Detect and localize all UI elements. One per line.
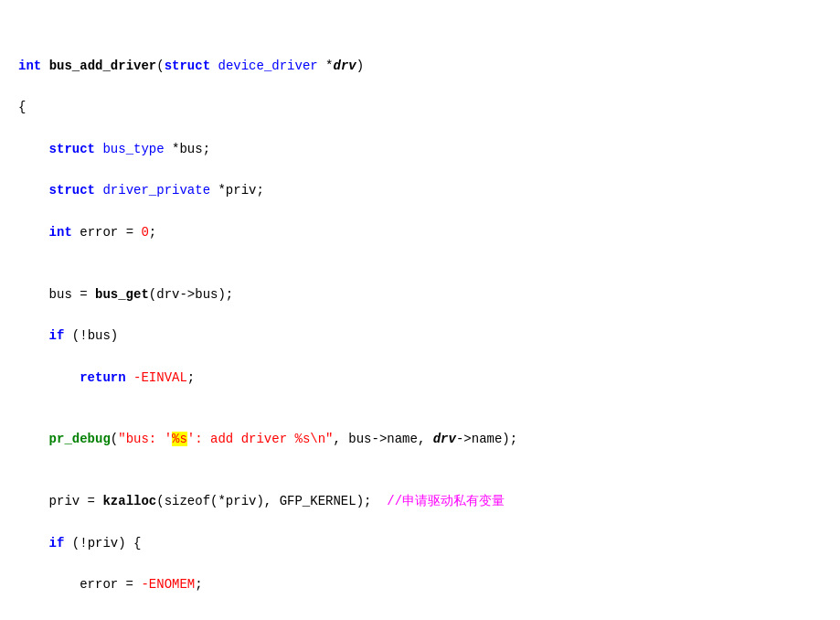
line-3: struct bus_type *bus; [18, 139, 822, 160]
line-2: { [18, 97, 822, 118]
line-9: return -EINVAL; [18, 368, 822, 389]
line-8: if (!bus) [18, 326, 822, 347]
line-15: error = -ENOMEM; [18, 574, 822, 595]
line-11: pr_debug("bus: '%s': add driver %s\n", b… [18, 429, 822, 450]
line-4: struct driver_private *priv; [18, 180, 822, 201]
line-1: int bus_add_driver(struct device_driver … [18, 56, 822, 77]
line-7: bus = bus_get(drv->bus); [18, 284, 822, 305]
line-5: int error = 0; [18, 222, 822, 243]
code-block: int bus_add_driver(struct device_driver … [18, 15, 822, 620]
line-16: goto ↓out_put_bus; [18, 616, 822, 620]
line-13: priv = kzalloc(sizeof(*priv), GFP_KERNEL… [18, 491, 822, 512]
line-14: if (!priv) { [18, 533, 822, 554]
